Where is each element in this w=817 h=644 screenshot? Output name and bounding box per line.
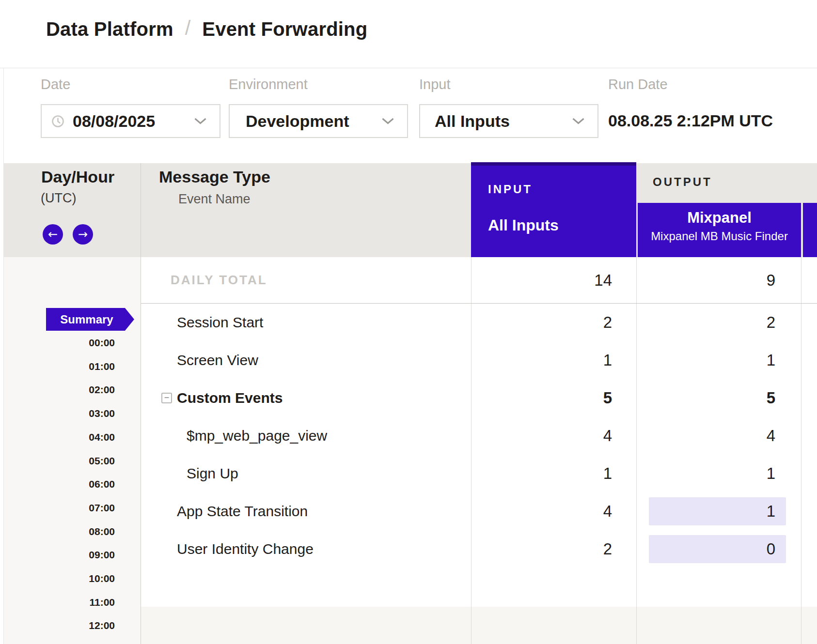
header-divider xyxy=(0,68,817,68)
collapse-toggle-icon[interactable]: − xyxy=(161,393,172,403)
next-day-button[interactable]: → xyxy=(73,224,93,245)
hour-label[interactable]: 04:00 xyxy=(4,426,115,449)
output-cell-highlight xyxy=(649,497,786,525)
input-count: 2 xyxy=(603,530,612,568)
top-bar: Data Platform / Event Forwarding xyxy=(0,0,817,68)
environment-dropdown[interactable]: Development xyxy=(229,104,408,138)
output-section-label: OUTPUT xyxy=(653,175,712,189)
input-count: 5 xyxy=(603,379,612,417)
summary-badge[interactable]: Summary xyxy=(46,308,134,331)
input-count: 1 xyxy=(603,455,612,492)
previous-day-button[interactable]: ← xyxy=(43,224,63,245)
output-column-header-mixpanel[interactable]: Mixpanel Mixpanel MB Music Finder xyxy=(638,203,801,257)
input-count: 2 xyxy=(603,304,612,341)
run-date-label: Run Date xyxy=(608,77,668,92)
table-row: User Identity Change20 xyxy=(141,530,817,568)
hour-label[interactable]: 12:00 xyxy=(4,614,115,637)
table-row: Sign Up11 xyxy=(141,455,817,492)
next-output-column-partial xyxy=(803,203,817,257)
input-dropdown[interactable]: All Inputs xyxy=(419,104,598,138)
event-name-label: $mp_web_page_view xyxy=(187,417,327,455)
event-name-label: User Identity Change xyxy=(177,530,314,568)
hour-label[interactable]: 08:00 xyxy=(4,520,115,543)
table-row: App State Transition41 xyxy=(141,492,817,530)
event-name-label: Session Start xyxy=(177,304,263,341)
input-count: 4 xyxy=(603,492,612,530)
hour-label[interactable]: 02:00 xyxy=(4,378,115,401)
hour-label[interactable]: 10:00 xyxy=(4,567,115,590)
environment-value: Development xyxy=(246,112,349,131)
output-name: Mixpanel xyxy=(638,209,801,227)
chevron-down-icon xyxy=(194,118,207,125)
output-count: 1 xyxy=(767,492,775,530)
output-count: 1 xyxy=(767,455,775,492)
arrow-left-icon: ← xyxy=(48,228,58,241)
table-row: −Custom Events55 xyxy=(141,379,817,417)
daily-total-output-count: 9 xyxy=(767,257,775,303)
daily-total-row: DAILY TOTAL 14 9 xyxy=(141,257,817,304)
input-value: All Inputs xyxy=(435,112,510,131)
output-count: 4 xyxy=(767,417,775,455)
output-count: 1 xyxy=(767,341,775,379)
event-forwarding-page: Data Platform / Event Forwarding Date En… xyxy=(0,0,817,644)
input-filter-label: Input xyxy=(419,77,451,92)
message-rows: Session Start22Screen View11−Custom Even… xyxy=(141,304,817,568)
event-name-label: Custom Events xyxy=(177,379,283,417)
summary-label: Summary xyxy=(60,313,113,326)
output-cell-highlight xyxy=(649,535,786,563)
daily-total-label: DAILY TOTAL xyxy=(171,257,267,303)
output-subname: Mixpanel MB Music Finder xyxy=(638,230,801,243)
chevron-down-icon xyxy=(381,118,394,125)
table-row: $mp_web_page_view44 xyxy=(141,417,817,455)
output-count: 2 xyxy=(767,304,775,341)
hour-label[interactable]: 11:00 xyxy=(4,591,115,614)
date-value: 08/08/2025 xyxy=(73,112,155,131)
input-count: 1 xyxy=(603,341,612,379)
event-name-label: App State Transition xyxy=(177,492,308,530)
input-section-label: INPUT xyxy=(488,183,533,196)
breadcrumb: Data Platform / Event Forwarding xyxy=(46,17,367,41)
input-column-accent xyxy=(471,162,636,166)
input-column-header[interactable]: INPUT All Inputs xyxy=(471,162,636,257)
date-dropdown[interactable]: 08/08/2025 xyxy=(41,104,220,138)
input-column-name: All Inputs xyxy=(488,216,559,234)
table-row: Screen View11 xyxy=(141,341,817,379)
day-hour-title: Day/Hour xyxy=(41,168,114,186)
breadcrumb-separator: / xyxy=(185,16,191,40)
day-hour-subtitle: (UTC) xyxy=(41,191,76,206)
message-type-title: Message Type xyxy=(159,168,270,186)
clock-icon xyxy=(51,115,64,128)
arrow-right-icon: → xyxy=(78,228,88,241)
hour-label[interactable]: 07:00 xyxy=(4,496,115,520)
hour-label[interactable]: 09:00 xyxy=(4,543,115,567)
event-name-subtitle: Event Name xyxy=(178,192,251,207)
empty-hour-band xyxy=(141,607,817,644)
date-filter-label: Date xyxy=(41,77,70,92)
output-count: 5 xyxy=(767,379,775,417)
table-row: Session Start22 xyxy=(141,304,817,341)
hour-label[interactable]: 03:00 xyxy=(4,402,115,425)
environment-filter-label: Environment xyxy=(229,77,308,92)
output-count: 0 xyxy=(767,530,775,568)
hour-label[interactable]: 06:00 xyxy=(4,473,115,496)
breadcrumb-section[interactable]: Data Platform xyxy=(46,18,173,40)
daily-total-input-count: 14 xyxy=(594,257,612,303)
hour-label[interactable]: 00:00 xyxy=(4,331,115,354)
hour-label[interactable]: 13:00 xyxy=(4,638,115,644)
hour-label[interactable]: 01:00 xyxy=(4,355,115,378)
chevron-down-icon xyxy=(572,118,585,125)
page-title: Event Forwarding xyxy=(202,18,367,40)
input-count: 4 xyxy=(603,417,612,455)
run-date-value: 08.08.25 2:12PM UTC xyxy=(608,111,773,130)
event-name-label: Sign Up xyxy=(187,455,238,492)
event-name-label: Screen View xyxy=(177,341,258,379)
hour-label[interactable]: 05:00 xyxy=(4,449,115,473)
